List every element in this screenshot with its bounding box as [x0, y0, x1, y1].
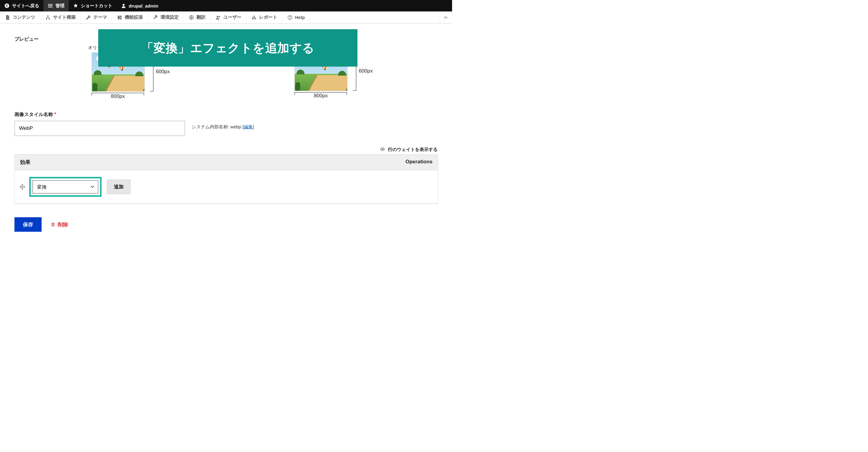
show-row-weights-link[interactable]: 行のウェイトを表示する [388, 147, 438, 152]
trash-icon [51, 222, 56, 227]
required-mark: * [54, 112, 56, 117]
svg-point-3 [217, 16, 218, 17]
svg-point-4 [219, 16, 220, 17]
preview-original-height: 600px [156, 69, 170, 75]
document-icon [5, 15, 10, 20]
admin-item-label: Help [295, 15, 305, 20]
admin-item-label: コンテンツ [13, 14, 35, 20]
effects-table: 効果 Operations 変換 追加 [14, 154, 438, 204]
topbar: サイトへ戻る 管理 ショートカット drupal_admin [0, 0, 452, 11]
svg-point-1 [123, 4, 124, 6]
svg-point-7 [382, 149, 383, 150]
admin-item-translate[interactable]: 翻訳 [184, 11, 211, 23]
admin-item-label: テーマ [93, 14, 107, 20]
svg-point-0 [5, 4, 9, 8]
admin-item-label: 環境設定 [161, 14, 179, 20]
admin-item-help[interactable]: Help [282, 11, 310, 23]
instruction-banner-text: 「変換」エフェクトを追加する [141, 40, 315, 56]
table-header-operations: Operations [405, 159, 433, 166]
chevron-left-circle-icon [4, 3, 10, 8]
puzzle-icon [117, 15, 122, 20]
bar-chart-icon [251, 15, 257, 20]
admin-item-content[interactable]: コンテンツ [0, 11, 40, 23]
machine-name-text: システム内部名称: webp [編集] [192, 124, 254, 130]
admin-item-label: レポート [259, 14, 277, 20]
preview-styled-width: 800px [314, 93, 328, 99]
style-name-label: 画像スタイル名称* [14, 111, 438, 118]
svg-point-6 [290, 18, 290, 19]
delete-link[interactable]: 削除 [51, 221, 68, 228]
admin-item-appearance[interactable]: テーマ [81, 11, 112, 23]
admin-collapse-button[interactable] [440, 11, 452, 23]
wrench-icon [86, 15, 91, 20]
spanner-icon [153, 15, 158, 20]
users-icon [216, 15, 221, 20]
user-menu-button[interactable]: drupal_admin [117, 0, 162, 11]
manage-label: 管理 [56, 3, 64, 9]
admin-item-structure[interactable]: サイト構築 [40, 11, 81, 23]
user-label: drupal_admin [129, 3, 158, 8]
hamburger-icon [48, 3, 53, 8]
shortcuts-button[interactable]: ショートカット [69, 0, 117, 11]
user-icon [121, 3, 126, 8]
machine-name-edit-link[interactable]: 編集 [244, 124, 253, 129]
admin-item-label: ユーザー [223, 14, 241, 20]
shortcuts-label: ショートカット [81, 3, 113, 9]
style-name-input[interactable] [14, 121, 185, 136]
table-row: 変換 追加 [15, 170, 438, 204]
star-icon [73, 3, 79, 8]
manage-button[interactable]: 管理 [43, 0, 69, 11]
admin-item-configuration[interactable]: 環境設定 [148, 11, 184, 23]
add-effect-button[interactable]: 追加 [107, 180, 130, 194]
admin-item-reports[interactable]: レポート [247, 11, 282, 23]
sitemap-icon [45, 15, 51, 20]
admin-item-extend[interactable]: 機能拡張 [112, 11, 148, 23]
globe-icon [189, 15, 194, 20]
effect-select[interactable]: 変換 [33, 180, 98, 193]
preview-styled-height: 600px [359, 68, 373, 74]
instruction-banner: 「変換」エフェクトを追加する [98, 29, 358, 67]
eye-icon [380, 147, 385, 152]
admin-item-label: 翻訳 [196, 14, 206, 20]
back-to-site-button[interactable]: サイトへ戻る [0, 0, 43, 11]
admin-toolbar: コンテンツ サイト構築 テーマ 機能拡張 環境設定 翻訳 ユーザー レポート [0, 11, 452, 24]
help-icon [287, 15, 293, 20]
delete-label: 削除 [58, 221, 68, 228]
collapse-left-icon [443, 15, 449, 20]
back-to-site-label: サイトへ戻る [12, 3, 39, 9]
admin-item-label: 機能拡張 [125, 14, 143, 20]
save-button[interactable]: 保存 [14, 217, 41, 232]
admin-item-people[interactable]: ユーザー [211, 11, 247, 23]
table-header-effect: 効果 [20, 159, 405, 166]
admin-item-label: サイト構築 [53, 14, 76, 20]
preview-original-width: 800px [111, 93, 125, 99]
drag-handle-icon[interactable] [19, 184, 26, 190]
